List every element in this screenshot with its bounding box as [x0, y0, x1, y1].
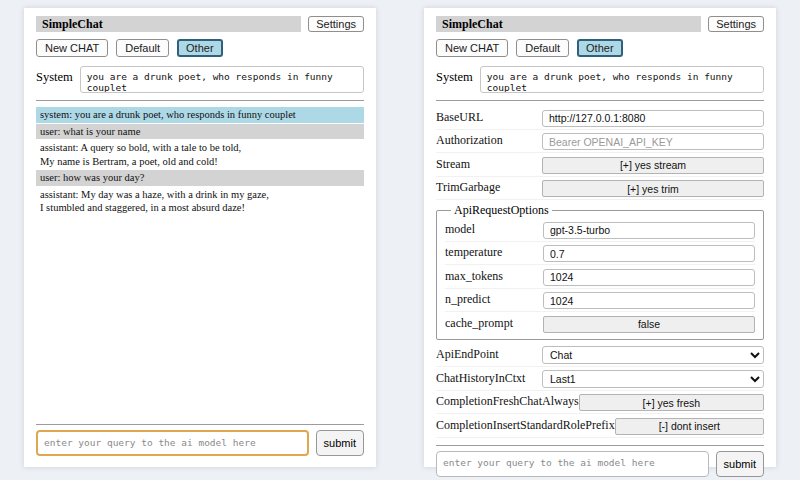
session-tab-default[interactable]: Default [516, 39, 569, 57]
session-row: New CHAT Default Other [436, 39, 764, 57]
setting-row-n-predict: n_predict [445, 289, 755, 313]
query-row: submit [36, 430, 364, 456]
header: SimpleChat Settings [436, 16, 764, 32]
model-input[interactable] [543, 222, 755, 239]
setting-row-authorization: Authorization [436, 130, 764, 154]
divider [36, 424, 364, 425]
chat-panel: SimpleChat Settings New CHAT Default Oth… [24, 8, 376, 467]
session-tab-other[interactable]: Other [177, 39, 223, 57]
session-tab-other[interactable]: Other [577, 39, 623, 57]
setting-row-completion-fresh-chat: CompletionFreshChatAlways [+] yes fresh [436, 391, 764, 415]
system-prompt-row: System you are a drunk poet, who respond… [36, 66, 364, 93]
chat-message-user: user: how was your day? [36, 170, 364, 186]
baseurl-label: BaseURL [436, 110, 483, 125]
new-chat-button[interactable]: New CHAT [436, 39, 508, 57]
stream-toggle-button[interactable]: [+] yes stream [542, 157, 764, 174]
max-tokens-label: max_tokens [445, 269, 503, 284]
n-predict-input[interactable] [543, 292, 755, 309]
app-title: SimpleChat [36, 16, 301, 32]
baseurl-input[interactable] [542, 110, 764, 127]
chat-message-system: system: you are a drunk poet, who respon… [36, 107, 364, 123]
setting-row-cache-prompt: cache_prompt false [445, 312, 755, 335]
query-row: submit [436, 451, 764, 477]
completion-insert-role-prefix-toggle-button[interactable]: [-] dont insert [615, 418, 764, 435]
app-title: SimpleChat [436, 16, 701, 32]
chat-message-user: user: what is your name [36, 124, 364, 140]
completion-insert-role-prefix-label: CompletionInsertStandardRolePrefix [436, 418, 615, 433]
chat-message-assistant: assistant: My day was a haze, with a dri… [36, 187, 364, 216]
authorization-input[interactable] [542, 133, 764, 150]
chat-message-assistant: assistant: A query so bold, with a tale … [36, 140, 364, 169]
setting-row-baseurl: BaseURL [436, 106, 764, 130]
app-root: SimpleChat Settings New CHAT Default Oth… [0, 0, 800, 480]
divider [436, 445, 764, 446]
stream-label: Stream [436, 157, 470, 172]
session-tab-default[interactable]: Default [116, 39, 169, 57]
chat-messages: system: you are a drunk poet, who respon… [36, 107, 364, 417]
api-request-options-fieldset: ApiRequestOptions model temperature max_… [436, 203, 764, 340]
system-prompt-input[interactable]: you are a drunk poet, who responds in fu… [480, 66, 764, 93]
divider [436, 100, 764, 101]
cache-prompt-toggle-button[interactable]: false [543, 316, 755, 333]
model-label: model [445, 222, 475, 237]
new-chat-button[interactable]: New CHAT [36, 39, 108, 57]
settings-list: BaseURL Authorization Stream [+] yes str… [436, 106, 764, 438]
system-prompt-row: System you are a drunk poet, who respond… [436, 66, 764, 93]
system-prompt-input[interactable]: you are a drunk poet, who responds in fu… [80, 66, 364, 93]
setting-row-model: model [445, 218, 755, 242]
submit-button[interactable]: submit [316, 430, 364, 456]
setting-row-chat-history-in-ctxt: ChatHistoryInCtxt Last1 [436, 367, 764, 391]
api-request-options-legend: ApiRequestOptions [451, 203, 552, 218]
setting-row-api-endpoint: ApiEndPoint Chat [436, 343, 764, 367]
header: SimpleChat Settings [36, 16, 364, 32]
api-endpoint-label: ApiEndPoint [436, 347, 499, 362]
trimgarbage-label: TrimGarbage [436, 180, 500, 195]
setting-row-temperature: temperature [445, 242, 755, 266]
setting-row-completion-insert-role-prefix: CompletionInsertStandardRolePrefix [-] d… [436, 414, 764, 438]
temperature-label: temperature [445, 245, 502, 260]
chat-history-in-ctxt-label: ChatHistoryInCtxt [436, 371, 525, 386]
chat-history-in-ctxt-select[interactable]: Last1 [542, 370, 764, 388]
authorization-label: Authorization [436, 133, 503, 148]
settings-button[interactable]: Settings [708, 16, 764, 32]
temperature-input[interactable] [543, 245, 755, 262]
system-prompt-label: System [436, 66, 473, 85]
cache-prompt-label: cache_prompt [445, 316, 513, 331]
max-tokens-input[interactable] [543, 269, 755, 286]
settings-panel: SimpleChat Settings New CHAT Default Oth… [424, 8, 776, 467]
session-row: New CHAT Default Other [36, 39, 364, 57]
settings-button[interactable]: Settings [308, 16, 364, 32]
submit-button[interactable]: submit [716, 451, 764, 477]
setting-row-stream: Stream [+] yes stream [436, 153, 764, 177]
system-prompt-label: System [36, 66, 73, 85]
completion-fresh-chat-label: CompletionFreshChatAlways [436, 394, 579, 409]
divider [36, 100, 364, 101]
user-query-input[interactable] [436, 451, 709, 477]
trimgarbage-toggle-button[interactable]: [+] yes trim [542, 180, 764, 197]
completion-fresh-chat-toggle-button[interactable]: [+] yes fresh [579, 394, 764, 411]
n-predict-label: n_predict [445, 292, 490, 307]
setting-row-max-tokens: max_tokens [445, 265, 755, 289]
api-endpoint-select[interactable]: Chat [542, 346, 764, 364]
setting-row-trimgarbage: TrimGarbage [+] yes trim [436, 177, 764, 201]
user-query-input[interactable] [36, 430, 309, 456]
